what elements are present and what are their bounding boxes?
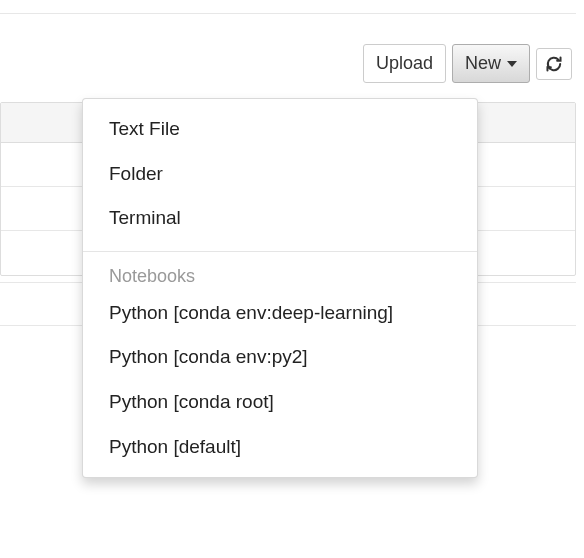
new-button-label: New [465, 51, 501, 76]
new-dropdown-button[interactable]: New [452, 44, 530, 83]
upload-button[interactable]: Upload [363, 44, 446, 83]
new-dropdown-menu: Text File Folder Terminal Notebooks Pyth… [82, 98, 478, 478]
menu-item-folder[interactable]: Folder [83, 152, 477, 197]
menu-section-header: Notebooks [83, 252, 477, 291]
menu-item-terminal[interactable]: Terminal [83, 196, 477, 241]
top-divider [0, 13, 576, 14]
toolbar: Upload New [363, 44, 572, 83]
upload-button-label: Upload [376, 51, 433, 76]
refresh-icon [545, 55, 563, 73]
menu-item-kernel[interactable]: Python [conda env:deep-learning] [83, 291, 477, 336]
menu-item-text-file[interactable]: Text File [83, 107, 477, 152]
menu-item-kernel[interactable]: Python [conda root] [83, 380, 477, 425]
caret-down-icon [507, 61, 517, 67]
menu-item-kernel[interactable]: Python [conda env:py2] [83, 335, 477, 380]
menu-item-kernel[interactable]: Python [default] [83, 425, 477, 470]
refresh-button[interactable] [536, 48, 572, 80]
